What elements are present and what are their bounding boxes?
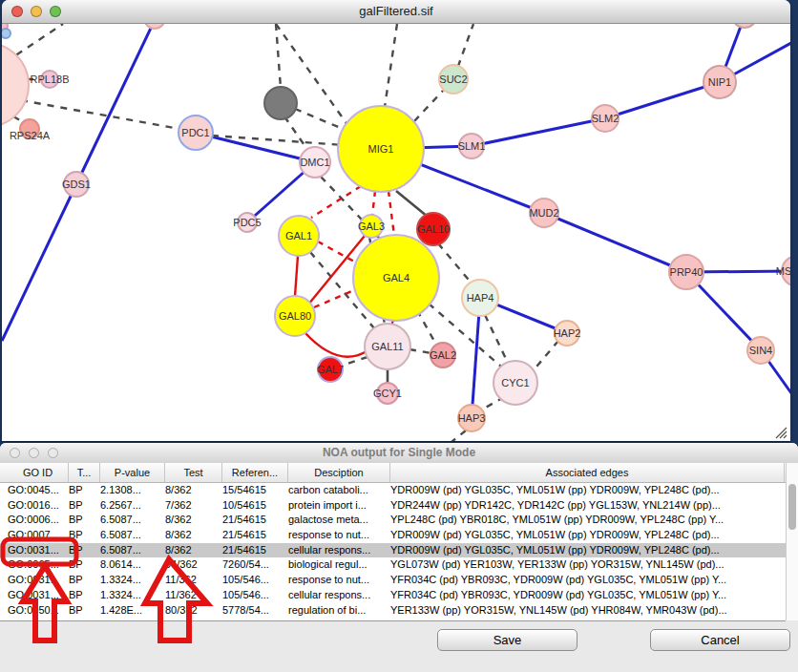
network-edge[interactable] [276,24,281,88]
table-cell[interactable]: 8/362 [165,543,222,558]
table-cell[interactable]: 94/362 [165,557,222,573]
network-edge[interactable] [417,310,436,345]
table-cell[interactable]: YFR034C (pd) YBR093C, YDR009W (pd) YGL03… [390,588,785,603]
table-cell[interactable]: 11/362 [165,573,222,588]
network-edge[interactable] [2,184,76,341]
table-cell[interactable]: GO:0045... [8,483,69,498]
table-row[interactable]: GO:0065...BP8.0614...94/3627260/54...bio… [0,557,786,573]
table-cell[interactable]: 8.0614... [100,557,165,573]
minimize-button-inactive[interactable] [29,448,39,458]
table-cell[interactable]: BP [69,543,100,558]
network-edge[interactable] [385,24,397,107]
table-cell[interactable]: 80/362 [165,603,222,619]
table-cell[interactable]: 8/362 [165,513,222,528]
table-cell[interactable]: 8/362 [165,483,222,498]
network-edge[interactable] [304,332,367,357]
table-cell[interactable]: 6.2567... [100,498,165,514]
network-edge[interactable] [472,118,605,146]
table-row[interactable]: GO:0045...BP2.1308...8/36215/54615carbon… [0,483,786,498]
table-cell[interactable]: BP [69,557,100,573]
table-cell[interactable]: carbon cataboli... [288,483,390,498]
column-header-p-value[interactable]: P-value [100,463,165,482]
table-cell[interactable]: YDR244W (pp) YDR142C, YDR142C (pp) YGL15… [390,498,785,514]
table-cell[interactable]: 6.5087... [100,543,165,558]
network-edge[interactable] [196,133,315,162]
column-header-associated-edges[interactable]: Associated edges [390,463,785,482]
network-node[interactable] [144,24,165,29]
table-cell[interactable]: response to nut... [288,528,390,543]
network-edge[interactable] [605,82,720,118]
table-cell[interactable]: 6.5087... [100,513,165,528]
table-row[interactable]: GO:0050...BP1.428E...80/3625778/54...reg… [0,603,786,619]
table-cell[interactable]: BP [69,528,100,543]
table-cell[interactable]: YDR009W (pd) YGL035C, YML051W (pp) YDR00… [390,483,785,498]
scrollbar-thumb[interactable] [788,484,796,530]
column-header-desciption[interactable]: Desciption [288,463,390,482]
network-edge[interactable] [532,341,558,372]
resize-grip-icon[interactable] [772,425,789,440]
table-cell[interactable]: YER133W (pp) YOR315W, YNL145W (pd) YHR08… [390,603,785,619]
table-cell[interactable]: biological regul... [288,557,390,573]
minimize-button[interactable] [31,6,42,17]
table-cell[interactable]: GO:0050... [8,603,69,619]
table-cell[interactable]: BP [69,603,100,619]
network-edge[interactable] [388,191,394,236]
network-window-titlebar[interactable]: galFiltered.sif [2,0,790,24]
network-edge[interactable] [311,186,361,218]
table-cell[interactable]: GO:0006... [8,513,69,528]
column-header-test[interactable]: Test [165,463,222,482]
close-button-inactive[interactable] [10,448,20,458]
table-cell[interactable]: 1.428E... [100,603,165,619]
network-edge[interactable] [452,430,466,441]
network-node[interactable] [2,43,29,127]
vertical-scrollbar[interactable] [786,463,798,620]
table-row[interactable]: GO:0016...BP6.2567...7/36210/54615protei… [0,498,786,514]
network-node[interactable] [2,29,10,38]
network-edge[interactable] [318,242,354,262]
table-row[interactable]: GO:0031...BP1.3324...11/362105/546...cel… [0,588,786,603]
table-cell[interactable]: BP [69,513,100,528]
table-cell[interactable]: cellular respons... [288,588,390,603]
network-edge[interactable] [76,24,155,184]
table-cell[interactable]: 7/362 [165,498,222,514]
column-header-referen[interactable]: Referen... [222,463,288,482]
table-row[interactable]: GO:0007...BP6.5087...8/36221/54615respon… [0,528,786,543]
table-cell[interactable]: GO:0007... [8,528,69,543]
close-button[interactable] [11,6,23,17]
table-cell[interactable]: 21/54615 [222,513,288,528]
table-cell[interactable]: GO:0031... [8,588,69,603]
network-canvas[interactable]: RPL18BRPS24APDC1GDS1DMC1MIG1SUC2SLM1SLM2… [2,24,790,441]
network-edge[interactable] [396,191,428,217]
table-cell[interactable]: GO:0065... [8,557,69,573]
network-edge[interactable] [295,109,343,129]
table-cell[interactable]: YGL073W (pd) YER103W, YER133W (pp) YOR31… [390,557,785,573]
table-cell[interactable]: 15/54615 [222,483,288,498]
table-cell[interactable]: galactose meta... [288,513,390,528]
table-cell[interactable]: 2.1308... [100,483,165,498]
table-cell[interactable]: 8/362 [165,528,222,543]
noa-window-titlebar[interactable]: NOA output for Single Mode [0,443,798,464]
network-edge[interactable] [314,290,354,307]
network-edge[interactable] [544,213,686,272]
table-cell[interactable]: protein import i... [288,498,390,514]
table-cell[interactable]: BP [69,573,100,588]
network-edge[interactable] [342,357,368,366]
table-cell[interactable]: 5778/54... [222,603,288,619]
table-cell[interactable]: 6.5087... [100,528,165,543]
table-cell[interactable]: 11/362 [165,588,222,603]
network-edge[interactable] [372,191,375,216]
table-cell[interactable]: 21/54615 [222,528,288,543]
table-cell[interactable]: 1.3324... [100,573,165,588]
table-row[interactable]: GO:0031...BP6.5087...8/36221/54615cellul… [0,543,786,558]
table-cell[interactable]: GO:0031... [8,573,69,588]
zoom-button[interactable] [50,6,61,17]
column-header-t[interactable]: T... [69,463,100,482]
column-header-go-id[interactable]: GO ID [8,463,69,482]
network-edge[interactable] [21,100,179,129]
table-cell[interactable]: response to nut... [288,573,390,588]
table-cell[interactable]: 105/546... [222,588,288,603]
table-header-row[interactable]: GO IDT...P-valueTestReferen...Desciption… [0,463,786,483]
network-edge[interactable] [485,315,508,363]
network-edge[interactable] [410,349,431,353]
table-cell[interactable]: cellular respons... [288,543,390,558]
